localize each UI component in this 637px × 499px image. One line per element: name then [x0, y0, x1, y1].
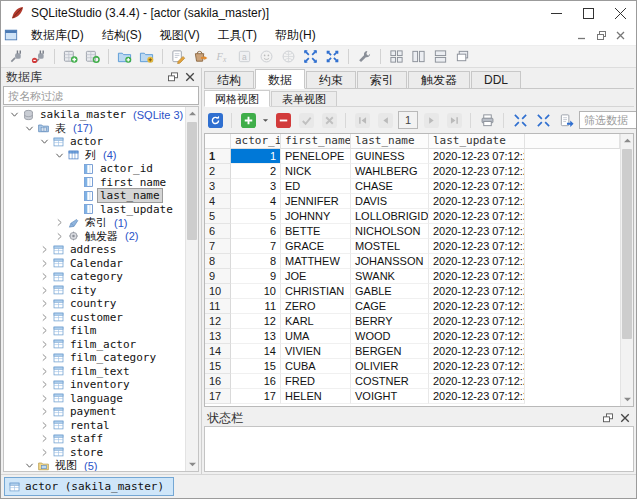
expand-icon[interactable] — [38, 393, 51, 404]
cell[interactable]: 17 — [231, 389, 281, 404]
cell[interactable]: PENELOPE — [281, 149, 351, 164]
fit-columns-button[interactable] — [510, 111, 530, 130]
configuration-button[interactable] — [354, 47, 375, 67]
connect-button[interactable] — [6, 47, 27, 67]
cell[interactable]: 11 — [231, 299, 281, 314]
menu-item-tools[interactable]: 工具(T) — [209, 25, 266, 46]
cell[interactable]: 2020-12-23 07:12:29 — [429, 224, 525, 239]
sql-editor-button[interactable] — [168, 47, 189, 67]
cell[interactable]: 12 — [231, 314, 281, 329]
scroll-up-icon[interactable] — [621, 134, 633, 147]
expand-icon[interactable] — [38, 447, 51, 458]
cell[interactable]: KARL — [281, 314, 351, 329]
tree-item-payment[interactable]: payment — [4, 405, 185, 419]
mdi-close-button[interactable] — [615, 30, 626, 41]
row-header[interactable]: 16 — [205, 374, 231, 389]
row-header[interactable]: 6 — [205, 224, 231, 239]
taskbar-item-actor[interactable]: actor (sakila_master) — [4, 477, 174, 496]
cell[interactable]: 13 — [231, 329, 281, 344]
convert-database-button[interactable] — [136, 47, 157, 67]
tab-触发器[interactable]: 触发器 — [408, 71, 470, 88]
cell[interactable]: 1 — [231, 149, 281, 164]
cell[interactable]: 4 — [231, 194, 281, 209]
expand-icon[interactable] — [53, 231, 66, 242]
collapse-icon[interactable] — [8, 109, 21, 120]
tree-item-first_name[interactable]: first_name — [4, 176, 185, 190]
row-header[interactable]: 3 — [205, 179, 231, 194]
expand-icon[interactable] — [38, 258, 51, 269]
tree-item-staff[interactable]: staff — [4, 432, 185, 446]
expand-icon[interactable] — [38, 244, 51, 255]
first-page-button[interactable] — [352, 111, 372, 130]
tree-scroll-thumb[interactable] — [187, 122, 197, 240]
row-header[interactable]: 15 — [205, 359, 231, 374]
plugin-face-button[interactable] — [256, 47, 277, 67]
row-header[interactable]: 11 — [205, 299, 231, 314]
cell[interactable]: 9 — [231, 269, 281, 284]
mdi-restore-button[interactable] — [596, 30, 607, 41]
dock-close-icon[interactable] — [619, 412, 631, 424]
tree-item-触发器[interactable]: 触发器(2) — [4, 230, 185, 244]
expand-icon[interactable] — [38, 271, 51, 282]
tree-item-film_category[interactable]: film_category — [4, 351, 185, 365]
insert-row-dropdown[interactable] — [261, 111, 270, 130]
cell[interactable]: MOSTEL — [351, 239, 429, 254]
expand-icon[interactable] — [38, 325, 51, 336]
row-header[interactable]: 7 — [205, 239, 231, 254]
row-header[interactable]: 8 — [205, 254, 231, 269]
insert-row-button[interactable] — [238, 111, 258, 130]
refresh-button[interactable] — [205, 111, 225, 130]
expand-icon[interactable] — [38, 433, 51, 444]
cell[interactable]: 2 — [231, 164, 281, 179]
export-wizard-button[interactable] — [322, 47, 343, 67]
cell[interactable]: OLIVIER — [351, 359, 429, 374]
expand-icon[interactable] — [38, 406, 51, 417]
menu-item-view[interactable]: 视图(V) — [151, 25, 209, 46]
tree-item-表[interactable]: 表(17) — [4, 122, 185, 136]
cell[interactable]: 2020-12-23 07:12:29 — [429, 284, 525, 299]
cell[interactable]: 2020-12-23 07:12:29 — [429, 374, 525, 389]
dock-float-icon[interactable] — [602, 412, 614, 424]
column-header-actor_id[interactable]: actor_id — [231, 134, 281, 149]
expand-icon[interactable] — [38, 366, 51, 377]
expand-icon[interactable] — [38, 379, 51, 390]
expand-icon[interactable] — [38, 420, 51, 431]
tab-约束[interactable]: 约束 — [306, 71, 356, 88]
tree-item-actor[interactable]: actor — [4, 135, 185, 149]
mdi-minimize-button[interactable] — [577, 30, 588, 41]
collapse-icon[interactable] — [53, 150, 66, 161]
cell[interactable]: HELEN — [281, 389, 351, 404]
last-page-button[interactable] — [444, 111, 464, 130]
expand-icon[interactable] — [38, 298, 51, 309]
cell[interactable]: GUINESS — [351, 149, 429, 164]
mdi-tile-button[interactable] — [386, 47, 407, 67]
collapse-icon[interactable] — [23, 460, 36, 471]
cell[interactable]: 2020-12-23 07:12:29 — [429, 359, 525, 374]
expand-icon[interactable] — [38, 339, 51, 350]
tree-item-film_actor[interactable]: film_actor — [4, 338, 185, 352]
cell[interactable]: 2020-12-23 07:12:29 — [429, 194, 525, 209]
cell[interactable]: BERGEN — [351, 344, 429, 359]
cell[interactable]: JOHANSSON — [351, 254, 429, 269]
cell[interactable]: 2020-12-23 07:12:29 — [429, 164, 525, 179]
column-header-last_update[interactable]: last_update — [429, 134, 525, 149]
cell[interactable]: 2020-12-23 07:12:29 — [429, 209, 525, 224]
tab-数据[interactable]: 数据 — [255, 69, 305, 89]
cell[interactable]: JOE — [281, 269, 351, 284]
row-header[interactable]: 13 — [205, 329, 231, 344]
prev-page-button[interactable] — [375, 111, 395, 130]
row-header[interactable]: 2 — [205, 164, 231, 179]
add-database-button[interactable] — [60, 47, 81, 67]
cell[interactable]: VIVIEN — [281, 344, 351, 359]
cell[interactable]: 3 — [231, 179, 281, 194]
cell[interactable]: UMA — [281, 329, 351, 344]
tree-item-country[interactable]: country — [4, 297, 185, 311]
tree-item-customer[interactable]: customer — [4, 311, 185, 325]
row-header[interactable]: 1 — [205, 149, 231, 164]
column-header-first_name[interactable]: first_name — [281, 134, 351, 149]
scroll-down-icon[interactable] — [621, 393, 633, 406]
menu-item-help[interactable]: 帮助(H) — [266, 25, 325, 46]
cell[interactable]: WOOD — [351, 329, 429, 344]
expand-icon[interactable] — [38, 285, 51, 296]
cell[interactable]: 2020-12-23 07:12:29 — [429, 344, 525, 359]
